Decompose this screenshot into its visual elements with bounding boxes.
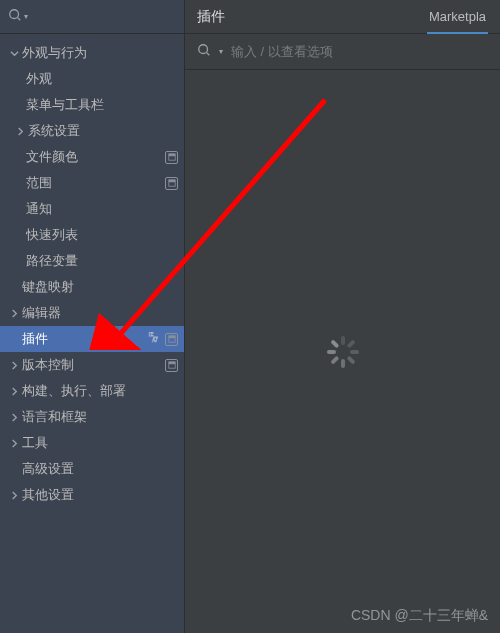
- tree-item-label: 外观: [26, 70, 178, 88]
- sidebar-item-1[interactable]: 外观: [0, 66, 184, 92]
- svg-rect-3: [168, 154, 174, 156]
- plugin-search-input[interactable]: [231, 44, 488, 59]
- sidebar-item-17[interactable]: 其他设置: [0, 482, 184, 508]
- project-badge-icon: [165, 333, 178, 346]
- tree-item-label: 系统设置: [28, 122, 178, 140]
- svg-rect-5: [168, 180, 174, 182]
- sidebar-item-5[interactable]: 范围: [0, 170, 184, 196]
- tree-item-label: 编辑器: [22, 304, 178, 322]
- sidebar-search[interactable]: ▾: [0, 0, 184, 34]
- svg-point-0: [10, 10, 19, 19]
- chevron-right-icon: [14, 127, 26, 136]
- tree-item-label: 其他设置: [22, 486, 178, 504]
- main-panel: 插件 Marketpla ▾: [185, 0, 500, 633]
- watermark: CSDN @二十三年蝉&: [351, 607, 488, 625]
- chevron-right-icon: [8, 387, 20, 396]
- tree-item-label: 路径变量: [26, 252, 178, 270]
- chevron-right-icon: [8, 309, 20, 318]
- tab-marketplace[interactable]: Marketpla: [427, 0, 488, 34]
- project-badge-icon: [165, 177, 178, 190]
- search-icon: [8, 8, 22, 25]
- sidebar-item-9[interactable]: 键盘映射: [0, 274, 184, 300]
- tree-item-label: 高级设置: [22, 460, 178, 478]
- dropdown-caret-icon: ▾: [219, 47, 223, 56]
- svg-line-1: [18, 18, 21, 21]
- sidebar-item-14[interactable]: 语言和框架: [0, 404, 184, 430]
- sidebar-item-7[interactable]: 快速列表: [0, 222, 184, 248]
- chevron-down-icon: [8, 49, 20, 58]
- tree-item-label: 文件颜色: [26, 148, 165, 166]
- page-title: 插件: [197, 8, 427, 26]
- search-icon: [197, 43, 211, 60]
- sidebar-item-11[interactable]: 插件: [0, 326, 184, 352]
- sidebar-item-3[interactable]: 系统设置: [0, 118, 184, 144]
- sidebar-item-6[interactable]: 通知: [0, 196, 184, 222]
- sidebar-item-12[interactable]: 版本控制: [0, 352, 184, 378]
- tree-item-label: 外观与行为: [22, 44, 178, 62]
- tree-item-label: 工具: [22, 434, 178, 452]
- chevron-right-icon: [8, 413, 20, 422]
- loading-spinner: [327, 336, 359, 368]
- sidebar-item-4[interactable]: 文件颜色: [0, 144, 184, 170]
- tree-item-label: 语言和框架: [22, 408, 178, 426]
- tree-item-label: 构建、执行、部署: [22, 382, 178, 400]
- sidebar-item-8[interactable]: 路径变量: [0, 248, 184, 274]
- sidebar-item-16[interactable]: 高级设置: [0, 456, 184, 482]
- main-header: 插件 Marketpla: [185, 0, 500, 34]
- project-badge-icon: [165, 359, 178, 372]
- plugin-content: [185, 70, 500, 633]
- chevron-right-icon: [8, 491, 20, 500]
- tree-item-label: 插件: [22, 330, 146, 348]
- sidebar-item-2[interactable]: 菜单与工具栏: [0, 92, 184, 118]
- sidebar-item-15[interactable]: 工具: [0, 430, 184, 456]
- project-badge-icon: [165, 151, 178, 164]
- chevron-right-icon: [8, 439, 20, 448]
- tree-item-label: 版本控制: [22, 356, 165, 374]
- svg-point-10: [199, 45, 208, 54]
- translate-icon: [146, 330, 161, 348]
- settings-tree: 外观与行为外观菜单与工具栏系统设置文件颜色范围通知快速列表路径变量键盘映射编辑器…: [0, 34, 184, 514]
- tree-item-label: 快速列表: [26, 226, 178, 244]
- tree-item-label: 菜单与工具栏: [26, 96, 178, 114]
- sidebar-item-10[interactable]: 编辑器: [0, 300, 184, 326]
- dropdown-caret-icon: ▾: [24, 12, 28, 21]
- plugin-search-bar[interactable]: ▾: [185, 34, 500, 70]
- tree-item-label: 键盘映射: [22, 278, 178, 296]
- tree-item-label: 范围: [26, 174, 165, 192]
- chevron-right-icon: [8, 361, 20, 370]
- svg-rect-9: [168, 362, 174, 364]
- sidebar-item-13[interactable]: 构建、执行、部署: [0, 378, 184, 404]
- svg-rect-7: [168, 336, 174, 338]
- sidebar-item-0[interactable]: 外观与行为: [0, 40, 184, 66]
- settings-sidebar: ▾ 外观与行为外观菜单与工具栏系统设置文件颜色范围通知快速列表路径变量键盘映射编…: [0, 0, 185, 633]
- svg-line-11: [207, 53, 210, 56]
- tree-item-label: 通知: [26, 200, 178, 218]
